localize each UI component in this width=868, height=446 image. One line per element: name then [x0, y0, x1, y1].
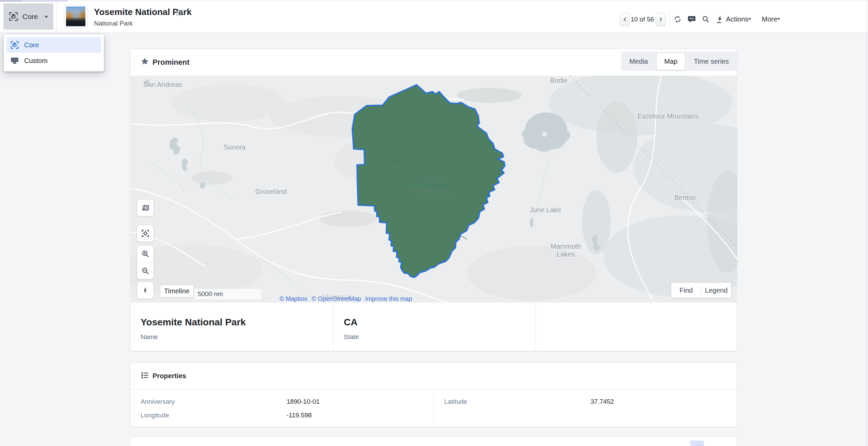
cube-icon: [11, 41, 19, 49]
caret-down-icon: [748, 17, 752, 20]
refresh-button[interactable]: [673, 15, 682, 24]
previous-object-button[interactable]: [620, 13, 630, 26]
core-button-label: Core: [22, 13, 38, 21]
openstreetmap-link[interactable]: © OpenStreetMap: [311, 295, 361, 302]
field-state-label: State: [344, 333, 359, 341]
menu-item-core[interactable]: Core: [6, 37, 101, 53]
map-icon: [141, 204, 149, 212]
zoom-in-icon: [141, 250, 149, 258]
properties-column-divider: [434, 393, 434, 424]
map-basemap: [130, 76, 737, 303]
fit-extent-icon: [141, 229, 149, 237]
properties-title: Properties: [152, 372, 186, 380]
actions-menu-button[interactable]: Actions: [726, 15, 749, 23]
take-action-icon[interactable]: [716, 15, 724, 24]
prop-anniversary-label: Anniversary: [141, 398, 175, 405]
yosemite-photo: [66, 6, 85, 26]
prominent-star-icon: [141, 57, 149, 65]
timeline-button[interactable]: Timeline: [160, 285, 194, 297]
field-name-label: Name: [141, 333, 158, 341]
map-scale-bar: 5000 nm: [194, 289, 261, 299]
scale-text: 5000 nm: [198, 290, 223, 298]
core-mode-dropdown-menu: Core Custom: [3, 34, 104, 72]
caret-down-icon: [44, 15, 49, 18]
next-section-card: [130, 436, 737, 446]
window-strip: [67, 0, 868, 1]
view-tabs: Media Map Time series: [621, 52, 737, 71]
pager-count: 10 of 56: [630, 16, 655, 23]
search-icon: [702, 15, 710, 24]
search-button[interactable]: [702, 15, 710, 24]
legend-button[interactable]: Legend: [702, 283, 732, 298]
find-button[interactable]: Find: [671, 283, 701, 298]
favorite-star-icon[interactable]: [175, 8, 183, 17]
refresh-icon: [673, 15, 682, 24]
section-title: Prominent: [152, 58, 190, 67]
improve-map-link[interactable]: Improve this map: [365, 295, 412, 302]
menu-item-label: Custom: [24, 57, 48, 65]
comment-icon: [687, 15, 696, 24]
comments-button[interactable]: [687, 15, 696, 24]
tab-map[interactable]: Map: [656, 52, 685, 70]
prop-longitude-value: -119.598: [287, 412, 312, 419]
find-legend-group: Find Legend: [671, 283, 731, 298]
tab-time-series[interactable]: Time series: [686, 53, 736, 70]
chevron-left-icon: [622, 17, 628, 22]
entity-thumbnail: [64, 4, 87, 28]
map-canvas[interactable]: San Andreas Sonora Groveland Bodie Excel…: [130, 76, 737, 303]
menu-item-label: Core: [24, 41, 39, 49]
prop-latitude-value: 37.7452: [591, 398, 614, 405]
properties-divider: [130, 389, 737, 390]
window-edge: [867, 0, 867, 446]
zoom-in-button[interactable]: [137, 246, 154, 263]
toolbar-divider: [670, 11, 670, 27]
more-menu-button[interactable]: More: [762, 15, 777, 23]
prop-latitude-label: Latitude: [444, 398, 467, 405]
entity-type-label: National Park: [94, 20, 133, 27]
zoom-out-icon: [141, 267, 149, 275]
next-object-button[interactable]: [656, 13, 665, 26]
basemap-button[interactable]: [137, 199, 154, 216]
tab-media[interactable]: Media: [622, 53, 655, 70]
core-mode-dropdown-button[interactable]: Core: [3, 3, 53, 30]
field-name-value: Yosemite National Park: [141, 317, 246, 328]
zoom-out-button[interactable]: [137, 263, 154, 279]
monitor-icon: [11, 57, 19, 65]
menu-item-custom[interactable]: Custom: [6, 53, 101, 68]
mapbox-link[interactable]: © Mapbox: [279, 295, 307, 302]
field-divider: [333, 303, 334, 351]
prop-longitude-label: Longitude: [141, 412, 169, 419]
prop-anniversary-value: 1890-10-01: [287, 398, 320, 405]
field-state-value: CA: [344, 317, 357, 328]
linked-object-chip: [690, 441, 704, 446]
caret-down-icon: [776, 17, 781, 20]
fit-extent-button[interactable]: [137, 225, 154, 242]
zoom-controls: [137, 245, 154, 279]
properties-icon: [141, 371, 149, 380]
chevron-right-icon: [658, 17, 663, 22]
cube-icon: [9, 12, 18, 21]
compass-icon: [142, 287, 149, 294]
map-attribution: © Mapbox © OpenStreetMap Improve this ma…: [279, 295, 415, 303]
field-divider: [535, 303, 536, 351]
compass-button[interactable]: [137, 282, 154, 299]
topbar-divider: [56, 2, 57, 33]
